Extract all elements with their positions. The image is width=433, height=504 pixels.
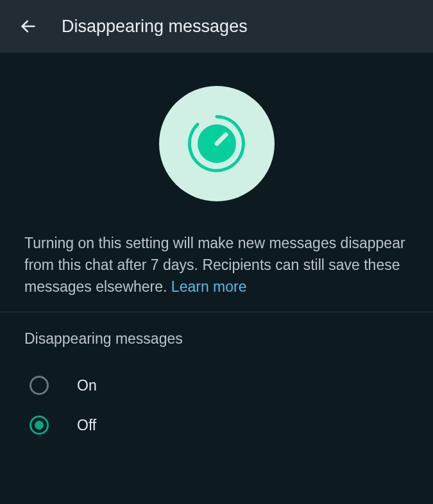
radio-label: Off <box>77 417 96 434</box>
options-section: Disappearing messages On Off <box>0 312 433 445</box>
radio-option-on[interactable]: On <box>24 365 409 405</box>
radio-indicator <box>30 376 49 395</box>
hero-icon-container <box>0 86 433 201</box>
timer-icon-background <box>159 86 275 201</box>
page-title: Disappearing messages <box>62 17 248 37</box>
content-area: Turning on this setting will make new me… <box>0 53 433 445</box>
radio-label: On <box>77 377 97 394</box>
arrow-left-icon <box>19 17 37 35</box>
timer-icon <box>178 105 255 182</box>
learn-more-link[interactable]: Learn more <box>171 278 247 295</box>
section-title: Disappearing messages <box>24 330 409 348</box>
app-header: Disappearing messages <box>0 0 433 53</box>
radio-option-off[interactable]: Off <box>24 405 409 445</box>
back-button[interactable] <box>13 11 44 42</box>
radio-inner-dot <box>35 421 44 430</box>
description-text: Turning on this setting will make new me… <box>0 232 433 298</box>
radio-indicator-selected <box>30 416 49 435</box>
